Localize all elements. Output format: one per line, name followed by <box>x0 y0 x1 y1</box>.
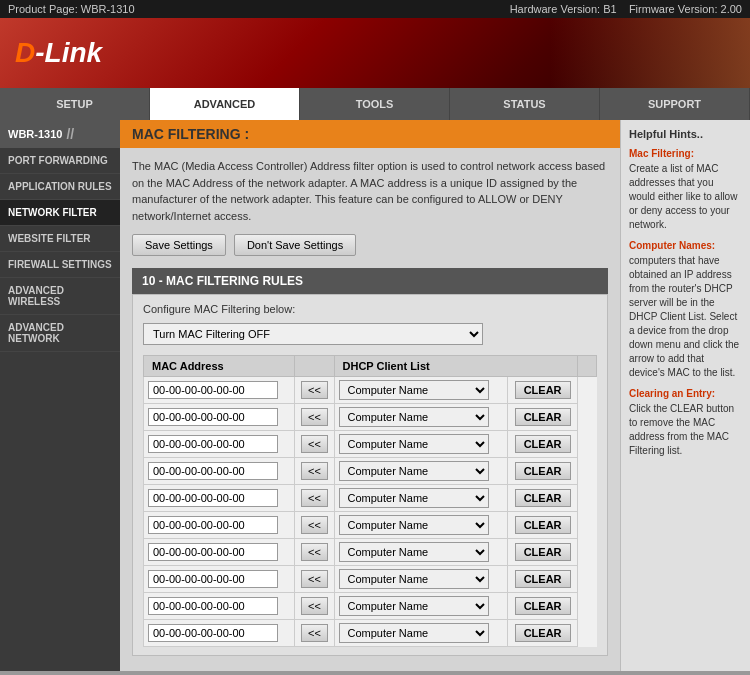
logo: D-Link <box>15 37 102 69</box>
nav-advanced[interactable]: ADVANCED <box>150 88 300 120</box>
mac-address-input[interactable] <box>148 597 278 615</box>
table-row: <<Computer NameCLEAR <box>144 458 597 485</box>
nav-status[interactable]: STATUS <box>450 88 600 120</box>
hint-clearing-heading: Clearing an Entry: <box>629 388 742 399</box>
col-action <box>578 356 597 377</box>
mac-address-input[interactable] <box>148 462 278 480</box>
clear-button[interactable]: CLEAR <box>515 516 571 534</box>
col-mac-address: MAC Address <box>144 356 295 377</box>
action-buttons: Save Settings Don't Save Settings <box>132 234 608 256</box>
dhcp-client-select[interactable]: Computer Name <box>339 596 489 616</box>
sidebar-item-website-filter[interactable]: WEBSITE FILTER <box>0 226 120 252</box>
clear-button[interactable]: CLEAR <box>515 408 571 426</box>
mac-address-input[interactable] <box>148 570 278 588</box>
clear-button[interactable]: CLEAR <box>515 435 571 453</box>
mac-address-input[interactable] <box>148 381 278 399</box>
configure-label: Configure MAC Filtering below: <box>143 303 597 315</box>
section-title: 10 - MAC FILTERING RULES <box>132 268 608 294</box>
col-arrow <box>295 356 334 377</box>
arrow-button[interactable]: << <box>301 597 328 615</box>
main-content: MAC FILTERING : The MAC (Media Access Co… <box>120 120 620 671</box>
sidebar-item-advanced-network[interactable]: ADVANCED NETWORK <box>0 315 120 352</box>
header: D-Link <box>0 18 750 88</box>
sidebar-item-network-filter[interactable]: NETWORK FILTER <box>0 200 120 226</box>
dhcp-client-select[interactable]: Computer Name <box>339 380 489 400</box>
arrow-button[interactable]: << <box>301 516 328 534</box>
page-layout: WBR-1310 // PORT FORWARDING APPLICATION … <box>0 120 750 671</box>
page-title: MAC FILTERING : <box>120 120 620 148</box>
mac-address-input[interactable] <box>148 408 278 426</box>
table-row: <<Computer NameCLEAR <box>144 431 597 458</box>
brand-slashes: // <box>66 126 74 142</box>
nav-setup[interactable]: SETUP <box>0 88 150 120</box>
sidebar-item-port-forwarding[interactable]: PORT FORWARDING <box>0 148 120 174</box>
arrow-button[interactable]: << <box>301 543 328 561</box>
mac-address-input[interactable] <box>148 435 278 453</box>
table-row: <<Computer NameCLEAR <box>144 620 597 647</box>
product-label: Product Page: WBR-1310 <box>8 3 135 15</box>
clear-button[interactable]: CLEAR <box>515 597 571 615</box>
arrow-button[interactable]: << <box>301 624 328 642</box>
mac-filter-select[interactable]: Turn MAC Filtering OFF <box>143 323 483 345</box>
dhcp-client-select[interactable]: Computer Name <box>339 434 489 454</box>
dhcp-client-select[interactable]: Computer Name <box>339 407 489 427</box>
sidebar-brand: WBR-1310 // <box>0 120 120 148</box>
dhcp-client-select[interactable]: Computer Name <box>339 515 489 535</box>
version-info: Hardware Version: B1 Firmware Version: 2… <box>510 3 742 15</box>
nav-support[interactable]: SUPPORT <box>600 88 750 120</box>
hints-title: Helpful Hints.. <box>629 128 742 140</box>
clear-button[interactable]: CLEAR <box>515 489 571 507</box>
clear-button[interactable]: CLEAR <box>515 570 571 588</box>
sidebar-item-firewall-settings[interactable]: FIREWALL SETTINGS <box>0 252 120 278</box>
clear-button[interactable]: CLEAR <box>515 543 571 561</box>
sidebar: WBR-1310 // PORT FORWARDING APPLICATION … <box>0 120 120 671</box>
arrow-button[interactable]: << <box>301 462 328 480</box>
clear-button[interactable]: CLEAR <box>515 624 571 642</box>
arrow-button[interactable]: << <box>301 408 328 426</box>
top-bar: Product Page: WBR-1310 Hardware Version:… <box>0 0 750 18</box>
hints-panel: Helpful Hints.. Mac Filtering: Create a … <box>620 120 750 671</box>
page-description: The MAC (Media Access Controller) Addres… <box>132 158 608 224</box>
main-nav: SETUP ADVANCED TooLs STATUS SUPPORT <box>0 88 750 120</box>
arrow-button[interactable]: << <box>301 570 328 588</box>
dhcp-client-select[interactable]: Computer Name <box>339 542 489 562</box>
section-content: Configure MAC Filtering below: Turn MAC … <box>132 294 608 656</box>
table-row: <<Computer NameCLEAR <box>144 485 597 512</box>
col-dhcp-client: DHCP Client List <box>334 356 578 377</box>
hint-computer-names-heading: Computer Names: <box>629 240 742 251</box>
hint-mac-filtering-heading: Mac Filtering: <box>629 148 742 159</box>
clear-button[interactable]: CLEAR <box>515 381 571 399</box>
sidebar-item-application-rules[interactable]: APPLICATION RULES <box>0 174 120 200</box>
dhcp-client-select[interactable]: Computer Name <box>339 569 489 589</box>
sidebar-item-advanced-wireless[interactable]: ADVANCED WIRELESS <box>0 278 120 315</box>
mac-address-input[interactable] <box>148 543 278 561</box>
dhcp-client-select[interactable]: Computer Name <box>339 488 489 508</box>
hint-clearing-text: Click the CLEAR button to remove the MAC… <box>629 402 742 458</box>
hint-computer-names-text: computers that have obtained an IP addre… <box>629 254 742 380</box>
dhcp-client-select[interactable]: Computer Name <box>339 461 489 481</box>
save-settings-button[interactable]: Save Settings <box>132 234 226 256</box>
dhcp-client-select[interactable]: Computer Name <box>339 623 489 643</box>
table-row: <<Computer NameCLEAR <box>144 512 597 539</box>
arrow-button[interactable]: << <box>301 381 328 399</box>
table-row: <<Computer NameCLEAR <box>144 404 597 431</box>
mac-address-input[interactable] <box>148 516 278 534</box>
table-row: <<Computer NameCLEAR <box>144 566 597 593</box>
table-row: <<Computer NameCLEAR <box>144 593 597 620</box>
content-area: The MAC (Media Access Controller) Addres… <box>120 148 620 666</box>
table-row: <<Computer NameCLEAR <box>144 377 597 404</box>
mac-table: MAC Address DHCP Client List <<Computer … <box>143 355 597 647</box>
hint-mac-filtering-text: Create a list of MAC addresses that you … <box>629 162 742 232</box>
arrow-button[interactable]: << <box>301 435 328 453</box>
dont-save-settings-button[interactable]: Don't Save Settings <box>234 234 356 256</box>
nav-tools[interactable]: TooLs <box>300 88 450 120</box>
mac-address-input[interactable] <box>148 624 278 642</box>
arrow-button[interactable]: << <box>301 489 328 507</box>
mac-address-input[interactable] <box>148 489 278 507</box>
clear-button[interactable]: CLEAR <box>515 462 571 480</box>
table-row: <<Computer NameCLEAR <box>144 539 597 566</box>
